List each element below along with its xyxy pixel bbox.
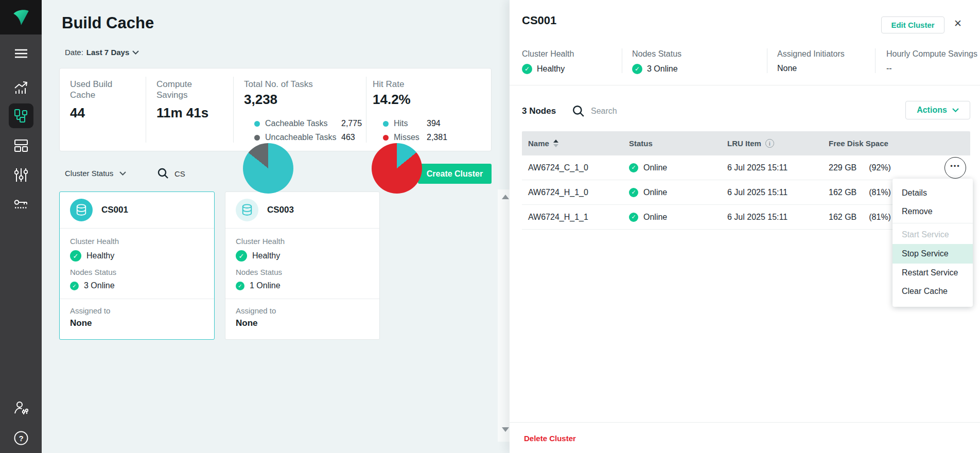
stat-label: Total No. of Tasks <box>244 79 362 90</box>
info-icon[interactable]: i <box>765 139 774 148</box>
stat-used-build-cache: Used Build Cache 44 <box>70 79 139 121</box>
app-logo[interactable] <box>0 0 42 34</box>
sort-icon[interactable] <box>553 140 558 147</box>
menu-item-stop-service[interactable]: Stop Service <box>892 244 973 264</box>
chevron-down-icon <box>119 171 126 176</box>
summary-value: Healthy <box>537 64 565 74</box>
check-icon: ✓ <box>70 250 81 262</box>
sidebar-item-help[interactable]: ? <box>0 426 42 450</box>
menu-item-details[interactable]: Details <box>892 184 973 202</box>
divider <box>622 48 622 73</box>
key-icon <box>14 199 28 210</box>
database-icon <box>236 199 258 221</box>
tasks-pie-chart <box>243 143 293 194</box>
dashboard-icon <box>14 140 28 152</box>
legend-dot <box>383 135 389 141</box>
build-cache-cluster-icon[interactable] <box>0 103 42 128</box>
sidebar-item-api-keys[interactable] <box>0 192 42 217</box>
sidebar-item-dashboard[interactable] <box>0 133 42 158</box>
node-disk: 229 GB (92%) <box>822 163 920 172</box>
cluster-health-badge: ✓ Healthy <box>236 250 369 262</box>
cluster-health-badge: ✓ Healthy <box>70 250 204 262</box>
summary-label: Assigned Initiators <box>777 49 845 59</box>
menu-item-remove[interactable]: Remove <box>892 202 973 221</box>
cluster-card-header: CS001 <box>60 192 214 229</box>
actions-button[interactable]: Actions <box>905 101 970 119</box>
cluster-card-cs001[interactable]: CS001 Cluster Health ✓ Healthy Nodes Sta… <box>59 191 215 340</box>
app-window: ? Build Cache Date: Last 7 Days Used Bui… <box>0 0 980 453</box>
cluster-detail-panel: CS001 Edit Cluster ✕ Cluster Health ✓ He… <box>510 0 980 453</box>
hit-rate-pie-chart <box>372 143 422 194</box>
node-name: AW6724_H_1_0 <box>522 188 623 197</box>
menu-item-start-service[interactable]: Start Service <box>892 225 973 244</box>
panel-title: CS001 <box>522 14 556 27</box>
check-icon: ✓ <box>236 282 244 290</box>
delete-cluster-button[interactable]: Delete Cluster <box>524 434 576 443</box>
row-menu-ellipsis-button[interactable]: ••• <box>944 157 966 179</box>
scroll-down-icon[interactable] <box>502 427 509 432</box>
sidebar: ? <box>0 0 42 453</box>
column-header-lru: LRU Item i <box>721 139 822 148</box>
nodes-status-badge: ✓ 1 Online <box>236 281 369 290</box>
node-name: AW6724_C_1_0 <box>522 163 623 172</box>
node-status: ✓ Online <box>623 213 721 222</box>
menu-item-restart-service[interactable]: Restart Service <box>892 264 973 282</box>
summary-value: -- <box>886 64 892 73</box>
column-header-disk: Free Disk Space <box>822 139 920 148</box>
divider <box>146 77 146 143</box>
cluster-health-label: Cluster Health <box>70 237 204 246</box>
database-icon <box>70 199 93 221</box>
menu-hamburger-icon[interactable] <box>0 41 42 66</box>
legend-value: 463 <box>341 133 355 142</box>
cluster-card-cs003[interactable]: CS003 Cluster Health ✓ Healthy Nodes Sta… <box>225 191 380 340</box>
legend-hits: Hits 394 <box>383 119 441 128</box>
node-status: ✓ Online <box>623 163 721 172</box>
cluster-status-dropdown[interactable]: Cluster Status <box>65 169 126 178</box>
legend-misses: Misses 2,381 <box>383 133 447 142</box>
nodes-status-label: Nodes Status <box>70 268 204 276</box>
edit-cluster-button[interactable]: Edit Cluster <box>881 16 944 33</box>
actions-label: Actions <box>917 106 947 115</box>
check-icon: ✓ <box>236 250 247 262</box>
scroll-up-icon[interactable] <box>502 195 509 199</box>
sidebar-item-settings[interactable] <box>0 163 42 187</box>
table-row[interactable]: AW6724_C_1_0 ✓ Online 6 Jul 2025 15:11 2… <box>522 155 970 180</box>
date-value: Last 7 Days <box>86 48 129 57</box>
assigned-to-value: None <box>236 318 369 328</box>
summary-hourly-compute-savings: Hourly Compute Savings -- <box>886 49 977 73</box>
legend-value: 2,775 <box>341 119 362 128</box>
cluster-status-label: Cluster Status <box>65 169 113 178</box>
node-search-input[interactable]: Search <box>572 105 617 117</box>
divider <box>60 299 214 299</box>
sidebar-item-analytics[interactable] <box>0 75 42 100</box>
legend-dot <box>254 135 260 141</box>
date-label: Date: <box>65 48 83 57</box>
summary-nodes-status: Nodes Status ✓ 3 Online <box>632 49 681 74</box>
menu-item-clear-cache[interactable]: Clear Cache <box>892 282 973 301</box>
page-title: Build Cache <box>62 14 154 32</box>
cluster-health-value: Healthy <box>86 251 114 260</box>
cluster-card-header: CS003 <box>225 192 379 229</box>
check-icon: ✓ <box>629 213 638 222</box>
stats-summary-card: Used Build Cache 44 Compute Savings 11m … <box>59 68 492 151</box>
summary-value: 3 Online <box>647 64 678 74</box>
assigned-to-label: Assigned to <box>70 306 204 315</box>
column-header-name[interactable]: Name <box>522 139 623 148</box>
search-icon <box>572 105 585 117</box>
date-filter[interactable]: Date: Last 7 Days <box>65 48 139 57</box>
trending-chart-icon <box>14 81 28 94</box>
cluster-name: CS003 <box>267 205 294 215</box>
stat-value: 14.2% <box>373 92 476 108</box>
node-lru: 6 Jul 2025 15:11 <box>721 213 822 222</box>
legend-dot <box>383 121 389 127</box>
cluster-search-input[interactable]: CS <box>157 168 185 179</box>
stat-total-tasks: Total No. of Tasks 3,238 <box>244 79 362 108</box>
create-cluster-button[interactable]: Create Cluster <box>418 164 492 184</box>
node-status: ✓ Online <box>623 188 721 197</box>
close-icon[interactable]: ✕ <box>954 19 962 28</box>
summary-assigned-initiators: Assigned Initiators None <box>777 49 845 73</box>
legend-value: 394 <box>427 119 441 128</box>
sidebar-item-user-settings[interactable] <box>0 396 42 421</box>
stat-value: 11m 41s <box>156 105 218 121</box>
stat-label: Used Build Cache <box>70 79 139 100</box>
